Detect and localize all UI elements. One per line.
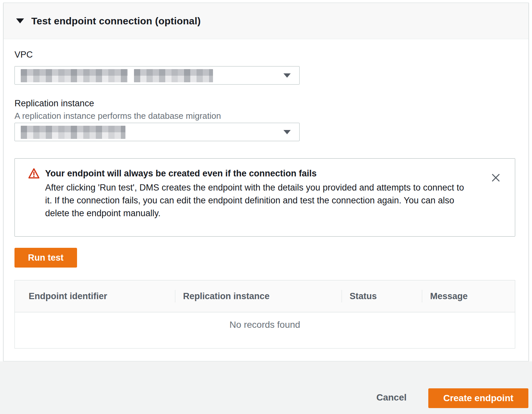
cancel-button[interactable]: Cancel — [376, 392, 407, 403]
vpc-redacted-value — [21, 69, 128, 82]
vpc-label: VPC — [14, 50, 33, 60]
caret-down-icon — [16, 18, 24, 23]
warning-triangle-icon — [28, 167, 40, 180]
replication-instance-redacted-value — [21, 126, 125, 139]
dms-create-endpoint-page: Test endpoint connection (optional) VPC … — [0, 0, 532, 414]
run-test-button[interactable]: Run test — [14, 248, 77, 268]
column-header-message: Message — [422, 280, 515, 312]
warning-title: Your endpoint will always be created eve… — [45, 168, 317, 179]
replication-instance-label: Replication instance — [14, 98, 94, 109]
column-header-status: Status — [341, 280, 422, 312]
create-endpoint-button[interactable]: Create endpoint — [428, 388, 528, 408]
caret-down-icon — [283, 73, 291, 78]
table-header-row: Endpoint identifier Replication instance… — [15, 280, 515, 312]
column-header-endpoint-identifier: Endpoint identifier — [15, 280, 175, 312]
warning-description: After clicking 'Run test', DMS creates t… — [45, 181, 473, 220]
test-endpoint-connection-panel: Test endpoint connection (optional) VPC … — [3, 3, 529, 361]
section-title: Test endpoint connection (optional) — [31, 15, 201, 27]
footer-action-bar: Cancel Create endpoint — [0, 361, 532, 414]
close-icon — [491, 172, 501, 183]
replication-instance-select[interactable] — [14, 123, 300, 141]
column-header-replication-instance: Replication instance — [175, 280, 341, 312]
warning-alert: Your endpoint will always be created eve… — [14, 158, 515, 237]
vpc-select[interactable] — [14, 66, 300, 85]
test-results-table: Endpoint identifier Replication instance… — [14, 280, 515, 349]
expandable-section-header[interactable]: Test endpoint connection (optional) — [4, 3, 528, 39]
empty-state-text: No records found — [15, 312, 515, 330]
caret-down-icon — [283, 130, 291, 134]
vpc-redacted-value — [134, 69, 213, 82]
replication-instance-description: A replication instance performs the data… — [14, 111, 221, 121]
warning-close-button[interactable] — [491, 172, 501, 183]
